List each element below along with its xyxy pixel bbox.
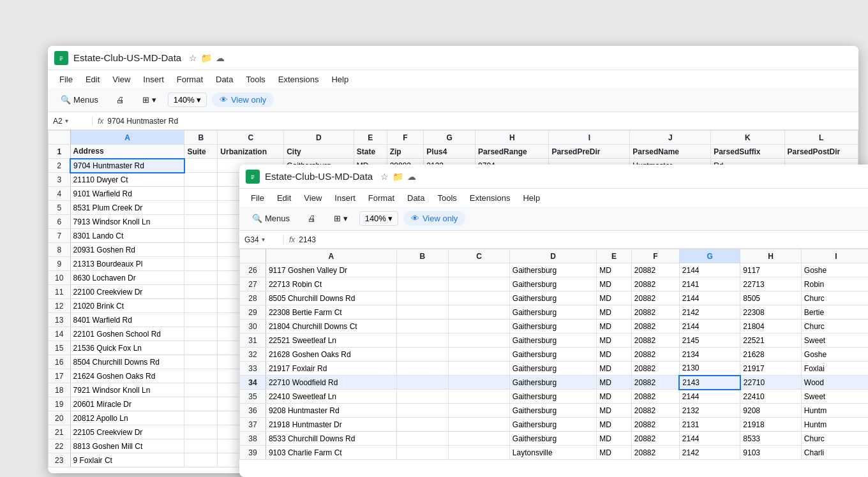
cell-h[interactable]: 9117 bbox=[740, 263, 801, 277]
cell-i[interactable]: Goshe bbox=[801, 263, 868, 277]
cell-d[interactable]: Gaithersburg bbox=[509, 305, 596, 319]
cell-h[interactable]: 9103 bbox=[740, 446, 801, 460]
cell-b[interactable] bbox=[396, 277, 449, 291]
cell-i[interactable]: Huntm bbox=[801, 404, 868, 418]
cell-c[interactable] bbox=[449, 319, 509, 334]
cell-b[interactable] bbox=[184, 299, 218, 313]
col-header-C-2[interactable]: C bbox=[449, 249, 509, 263]
cell-c[interactable] bbox=[449, 348, 509, 362]
cell-e[interactable]: MD bbox=[597, 376, 632, 390]
menu-tools-2[interactable]: Tools bbox=[432, 192, 461, 204]
cell-e[interactable]: MD bbox=[597, 404, 632, 418]
col-header-D-1[interactable]: D bbox=[284, 131, 354, 145]
zoom-select-1[interactable]: 140% ▾ bbox=[168, 92, 207, 107]
cell-c[interactable] bbox=[449, 291, 509, 305]
cell-e[interactable]: MD bbox=[597, 362, 632, 376]
cell-a[interactable]: 21020 Brink Ct bbox=[70, 299, 184, 313]
menu-data-2[interactable]: Data bbox=[402, 192, 430, 204]
cell-e[interactable]: MD bbox=[597, 334, 632, 348]
cell-b[interactable] bbox=[184, 355, 218, 369]
cell-b[interactable] bbox=[184, 257, 218, 271]
cell-c[interactable] bbox=[449, 418, 509, 432]
cell-a[interactable]: 22521 Sweetleaf Ln bbox=[266, 334, 396, 348]
cell-a[interactable]: 8630 Lochaven Dr bbox=[70, 271, 184, 285]
format-button-1[interactable]: ⊞ ▾ bbox=[136, 92, 163, 107]
cell-b[interactable] bbox=[396, 418, 449, 432]
cell-a[interactable]: 22710 Woodfield Rd bbox=[266, 376, 396, 390]
menu-extensions-2[interactable]: Extensions bbox=[465, 192, 516, 204]
cell-b[interactable] bbox=[184, 271, 218, 285]
view-only-button-1[interactable]: 👁 View only bbox=[212, 92, 274, 107]
cell-g[interactable]: 2143 bbox=[679, 376, 740, 390]
cell-e[interactable]: MD bbox=[597, 263, 632, 277]
cell-g[interactable]: 2142 bbox=[679, 305, 740, 319]
cell-e[interactable]: MD bbox=[597, 277, 632, 291]
cell-d[interactable]: Gaithersburg bbox=[509, 376, 596, 390]
cell-c[interactable] bbox=[449, 446, 509, 460]
print-button-1[interactable]: 🖨 bbox=[110, 92, 131, 107]
cell-a[interactable]: 8401 Warfield Rd bbox=[70, 313, 184, 327]
menu-help-2[interactable]: Help bbox=[518, 192, 545, 204]
col-header-H-2[interactable]: H bbox=[740, 249, 801, 263]
cell-d[interactable]: Gaithersburg bbox=[509, 291, 596, 305]
cell-a[interactable]: 22101 Goshen School Rd bbox=[70, 327, 184, 341]
cell-d[interactable]: Gaithersburg bbox=[509, 334, 596, 348]
cell-d[interactable]: Gaithersburg bbox=[509, 348, 596, 362]
cell-i[interactable]: Churc bbox=[801, 319, 868, 334]
cell-f[interactable]: 20882 bbox=[631, 319, 679, 334]
table-row[interactable]: 3221628 Goshen Oaks RdGaithersburgMD2088… bbox=[240, 348, 869, 362]
cell-a[interactable]: 21624 Goshen Oaks Rd bbox=[70, 369, 184, 383]
col-header-I-1[interactable]: I bbox=[549, 131, 630, 145]
menu-format-2[interactable]: Format bbox=[363, 192, 400, 204]
cell-h[interactable]: 8533 bbox=[740, 432, 801, 446]
menu-file-2[interactable]: File bbox=[246, 192, 269, 204]
cell-f[interactable]: 20882 bbox=[631, 376, 679, 390]
menu-file-1[interactable]: File bbox=[54, 73, 78, 85]
cell-e[interactable]: MD bbox=[597, 418, 632, 432]
cell-b[interactable] bbox=[396, 348, 449, 362]
cell-a[interactable]: 20601 Miracle Dr bbox=[70, 397, 184, 411]
cell-i[interactable]: Churc bbox=[801, 291, 868, 305]
col-header-E-1[interactable]: E bbox=[354, 131, 387, 145]
cell-b[interactable] bbox=[184, 159, 218, 173]
cell-c[interactable] bbox=[449, 404, 509, 418]
cell-a[interactable]: 20931 Goshen Rd bbox=[70, 243, 184, 257]
cell-c[interactable] bbox=[449, 376, 509, 390]
cell-i[interactable]: Foxlai bbox=[801, 362, 868, 376]
cell-b[interactable] bbox=[396, 446, 449, 460]
table-row[interactable]: 2722713 Robin CtGaithersburgMD2088221412… bbox=[240, 277, 869, 291]
cell-b[interactable] bbox=[184, 285, 218, 299]
cell-a[interactable]: 7913 Windsor Knoll Ln bbox=[70, 215, 184, 229]
cell-h[interactable]: 8505 bbox=[740, 291, 801, 305]
zoom-select-2[interactable]: 140% ▾ bbox=[359, 211, 398, 226]
table-row[interactable]: 3422710 Woodfield RdGaithersburgMD208822… bbox=[240, 376, 869, 390]
col-header-B-1[interactable]: B bbox=[184, 131, 218, 145]
cell-g[interactable]: 2144 bbox=[679, 291, 740, 305]
cell-h[interactable]: 21804 bbox=[740, 319, 801, 334]
cell-b[interactable] bbox=[396, 362, 449, 376]
table-row[interactable]: 3522410 Sweetleaf LnGaithersburgMD208822… bbox=[240, 390, 869, 404]
cell-i[interactable]: Churc bbox=[801, 432, 868, 446]
cell-b[interactable] bbox=[184, 215, 218, 229]
menu-help-1[interactable]: Help bbox=[326, 73, 354, 85]
cell-a[interactable]: 9 Foxlair Ct bbox=[70, 453, 184, 467]
cell-b[interactable] bbox=[184, 341, 218, 355]
print-button-2[interactable]: 🖨 bbox=[301, 211, 322, 226]
menu-data-1[interactable]: Data bbox=[211, 73, 238, 85]
col-header-B-2[interactable]: B bbox=[396, 249, 449, 263]
col-header-F-2[interactable]: F bbox=[631, 249, 679, 263]
cell-d[interactable]: Gaithersburg bbox=[509, 404, 596, 418]
cell-g[interactable]: 2144 bbox=[679, 390, 740, 404]
cell-g[interactable]: 2130 bbox=[679, 362, 740, 376]
cell-i[interactable]: Charli bbox=[801, 446, 868, 460]
cell-i[interactable]: Sweet bbox=[801, 334, 868, 348]
cell-d[interactable]: Laytonsville bbox=[509, 446, 596, 460]
cell-b[interactable] bbox=[184, 425, 218, 439]
cell-a[interactable]: 7921 Windsor Knoll Ln bbox=[70, 383, 184, 397]
cell-a[interactable]: 8813 Goshen Mill Ct bbox=[70, 439, 184, 453]
cell-a[interactable]: 8301 Lando Ct bbox=[70, 229, 184, 243]
cell-e[interactable]: MD bbox=[597, 432, 632, 446]
cell-b[interactable] bbox=[184, 243, 218, 257]
col-header-E-2[interactable]: E bbox=[597, 249, 632, 263]
cell-a[interactable]: 21628 Goshen Oaks Rd bbox=[266, 348, 396, 362]
